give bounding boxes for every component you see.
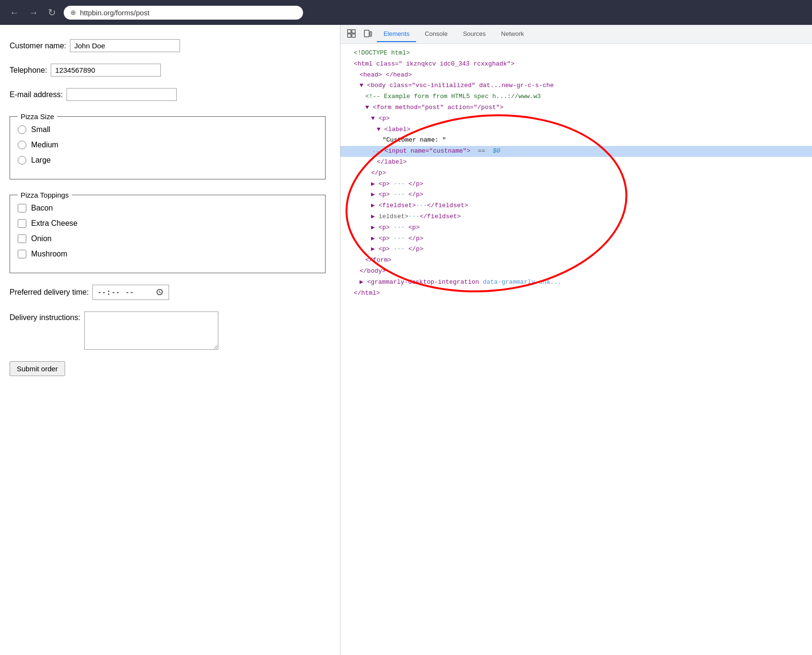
code-line-fieldset1: ▶ <fieldset>···</fieldset> (340, 200, 812, 211)
code-line-label: ▼ <label> (340, 124, 812, 135)
code-line-head: <head> </head> (340, 70, 812, 81)
code-line-p-close: </p> (340, 168, 812, 179)
pizza-toppings-legend: Pizza Toppings (18, 191, 72, 199)
back-button[interactable]: ← (8, 6, 21, 19)
url-icon: ⊕ (70, 9, 76, 16)
pizza-size-legend: Pizza Size (18, 112, 57, 121)
code-line-form-close: </form> (340, 255, 812, 266)
code-line-body: ▼ <body class="vsc-initialized" dat...ne… (340, 80, 812, 91)
delivery-time-input[interactable] (92, 285, 169, 300)
svg-rect-0 (348, 30, 351, 33)
size-large-label: Large (31, 156, 51, 165)
code-line-text: "Customer name: " (340, 135, 812, 146)
size-medium-label: Medium (31, 141, 58, 149)
refresh-button[interactable]: ↻ (46, 6, 58, 19)
code-line-p2: ▶ <p> ··· </p> (340, 179, 812, 190)
email-row: E-mail address: (10, 88, 326, 101)
size-small-item: Small (18, 125, 317, 134)
devtools-tabs: Elements Console Sources Network (340, 25, 812, 44)
delivery-time-label: Preferred delivery time: (10, 288, 89, 297)
pizza-size-fieldset: Pizza Size Small Medium Large (10, 112, 326, 179)
topping-mushroom-checkbox[interactable] (18, 250, 26, 258)
customer-name-input[interactable] (70, 39, 180, 52)
customer-name-row: Customer name: (10, 39, 326, 52)
code-line-fieldset2: ▶ ieldset>···</fieldset> (340, 211, 812, 222)
topping-onion-label: Onion (31, 234, 52, 243)
delivery-instructions-textarea[interactable] (84, 311, 218, 350)
svg-rect-1 (352, 30, 355, 33)
address-bar[interactable]: ⊕ httpbin.org/forms/post (64, 6, 303, 20)
inspect-icon-button[interactable] (344, 27, 359, 41)
telephone-label: Telephone: (10, 66, 47, 75)
page-content: Customer name: Telephone: E-mail address… (0, 25, 340, 655)
tab-console[interactable]: Console (418, 26, 454, 42)
code-line-input-highlighted[interactable]: ... <input name="custname"> == $0 (340, 146, 812, 157)
svg-rect-2 (348, 34, 351, 37)
customer-name-label: Customer name: (10, 42, 66, 50)
delivery-instructions-label: Delivery instructions: (10, 313, 80, 322)
forward-button[interactable]: → (27, 6, 40, 19)
topping-bacon-item: Bacon (18, 204, 317, 212)
svg-rect-5 (370, 32, 372, 36)
size-medium-item: Medium (18, 141, 317, 149)
telephone-input[interactable] (51, 64, 161, 77)
device-icon-button[interactable] (361, 27, 375, 41)
code-line-p6: ▶ <p> ··· </p> (340, 244, 812, 255)
topping-extracheese-item: Extra Cheese (18, 219, 317, 228)
size-large-item: Large (18, 156, 317, 165)
pizza-toppings-fieldset: Pizza Toppings Bacon Extra Cheese Onion … (10, 191, 326, 273)
code-line-p5: ▶ <p> ··· </p> (340, 233, 812, 244)
code-line-html-close: </html> (340, 288, 812, 299)
tab-elements[interactable]: Elements (377, 26, 416, 42)
topping-bacon-label: Bacon (31, 204, 53, 212)
size-small-label: Small (31, 125, 50, 134)
code-line-p3: ▶ <p> ··· </p> (340, 189, 812, 200)
code-line-body-close: </body> (340, 266, 812, 277)
size-large-radio[interactable] (18, 156, 26, 165)
svg-rect-4 (364, 30, 369, 37)
code-line-doctype: <!DOCTYPE html> (340, 48, 812, 59)
delivery-time-row: Preferred delivery time: (10, 285, 326, 300)
email-input[interactable] (67, 88, 177, 101)
topping-bacon-checkbox[interactable] (18, 204, 26, 212)
delivery-instructions-row: Delivery instructions: (10, 311, 326, 350)
topping-mushroom-label: Mushroom (31, 250, 68, 258)
devtools-content: <!DOCTYPE html> <html class=" ikznqkcv i… (340, 44, 812, 655)
code-line-grammarly: ▶ <grammarly-desktop-integration data-gr… (340, 277, 812, 288)
topping-onion-item: Onion (18, 234, 317, 243)
topping-onion-checkbox[interactable] (18, 234, 26, 243)
tab-network[interactable]: Network (495, 26, 531, 42)
code-line-comment: <!-- Example form from HTML5 spec h...:/… (340, 91, 812, 102)
telephone-row: Telephone: (10, 64, 326, 77)
tab-sources[interactable]: Sources (456, 26, 493, 42)
code-line-p4: ▶ <p> ··· <p> (340, 222, 812, 233)
main-layout: Customer name: Telephone: E-mail address… (0, 25, 812, 655)
url-text: httpbin.org/forms/post (80, 9, 149, 17)
code-line-form: ▼ <form method="post" action="/post"> (340, 102, 812, 113)
email-label: E-mail address: (10, 90, 63, 99)
topping-mushroom-item: Mushroom (18, 250, 317, 258)
submit-button[interactable]: Submit order (10, 361, 65, 376)
browser-toolbar: ← → ↻ ⊕ httpbin.org/forms/post (0, 0, 812, 25)
size-small-radio[interactable] (18, 125, 26, 134)
topping-extracheese-checkbox[interactable] (18, 219, 26, 228)
topping-extracheese-label: Extra Cheese (31, 219, 78, 228)
svg-rect-3 (352, 34, 355, 37)
code-line-html: <html class=" ikznqkcv idc0_343 rcxxghad… (340, 59, 812, 70)
code-line-p1: ▼ <p> (340, 113, 812, 124)
devtools-panel: Elements Console Sources Network <!DOCTY… (340, 25, 812, 655)
size-medium-radio[interactable] (18, 141, 26, 149)
code-line-label-close: </label> (340, 157, 812, 168)
